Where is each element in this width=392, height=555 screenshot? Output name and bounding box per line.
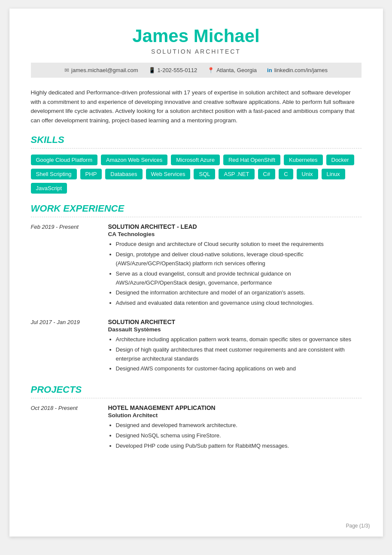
skill-tag: Docker <box>326 155 354 165</box>
job-title: SOLUTION ARCHITECT - LEAD <box>108 223 362 230</box>
skill-tag: Linux <box>322 169 345 179</box>
skill-tag: Red Hat OpenShift <box>223 155 280 165</box>
experience-bullet-item: Advised and evaluated data retention and… <box>116 299 362 308</box>
phone-icon: 📱 <box>149 67 155 73</box>
experience-section: Feb 2019 - PresentSOLUTION ARCHITECT - L… <box>31 223 362 375</box>
skill-tag: Unix <box>297 169 318 179</box>
project-bullet-item: Developed PHP code using Pub/Sub pattern… <box>116 442 362 451</box>
candidate-title: SOLUTION ARCHITECT <box>31 48 362 55</box>
candidate-name: James Michael <box>31 26 362 46</box>
project-entry: Oct 2018 - PresentHOTEL MANAGEMENT APPLI… <box>31 404 362 452</box>
email-text: james.michael@gmail.com <box>71 67 138 73</box>
contact-bar: ✉ james.michael@gmail.com 📱 1-202-555-01… <box>31 63 362 78</box>
experience-bullet-item: Designed the information architecture an… <box>116 288 362 297</box>
skill-tag: JavaScript <box>31 183 67 194</box>
phone-text: 1-202-555-0112 <box>158 67 198 73</box>
experience-bullet-item: Architecture including application patte… <box>116 335 362 344</box>
experience-bullet-item: Design of high quality architectures tha… <box>116 346 362 364</box>
experience-date: Feb 2019 - Present <box>31 223 100 309</box>
skills-divider <box>31 148 362 149</box>
page-number: Page (1/3) <box>346 523 370 529</box>
experience-bullets: Produce design and architecture of Cloud… <box>108 240 362 308</box>
skill-tag: Microsoft Azure <box>171 155 220 165</box>
skill-tag: Google Cloud Platform <box>31 155 98 165</box>
experience-bullet-item: Designed AWS components for customer-fac… <box>116 364 362 373</box>
skill-tag: SQL <box>194 169 215 179</box>
skill-tag: Amazon Web Services <box>101 155 167 165</box>
project-title: HOTEL MANAGEMENT APPLICATION <box>108 404 362 411</box>
experience-bullet-item: Produce design and architecture of Cloud… <box>116 240 362 249</box>
experience-divider <box>31 217 362 217</box>
skill-tag: C# <box>258 169 276 179</box>
projects-divider <box>31 398 362 398</box>
skills-container: Google Cloud PlatformAmazon Web Services… <box>31 155 362 194</box>
linkedin-contact: in linkedin.com/in/james <box>267 67 328 73</box>
project-date: Oct 2018 - Present <box>31 404 100 452</box>
project-bullet-item: Designed and developed framework archite… <box>116 421 362 430</box>
company-name: CA Technologies <box>108 231 362 237</box>
skill-tag: Databases <box>105 169 142 179</box>
skill-tag: C <box>279 169 293 179</box>
experience-content: SOLUTION ARCHITECT - LEADCA Technologies… <box>108 223 362 309</box>
summary-text: Highly dedicated and Performance-driven … <box>31 88 362 125</box>
location-text: Atlanta, Georgia <box>216 67 257 73</box>
phone-contact: 📱 1-202-555-0112 <box>149 67 198 73</box>
experience-bullet-item: Design, prototype and deliver cloud-nati… <box>116 250 362 268</box>
experience-bullet-item: Serve as a cloud evangelist, consult and… <box>116 270 362 288</box>
experience-section-title: WORK EXPERIENCE <box>31 203 362 214</box>
skills-section-title: SKILLS <box>31 134 362 146</box>
projects-section: Oct 2018 - PresentHOTEL MANAGEMENT APPLI… <box>31 404 362 452</box>
skill-tag: Kubernetes <box>284 155 323 165</box>
project-content: HOTEL MANAGEMENT APPLICATIONSolution Arc… <box>108 404 362 452</box>
location-contact: 📍 Atlanta, Georgia <box>207 67 257 73</box>
experience-content: SOLUTION ARCHITECTDassault SystèmesArchi… <box>108 318 362 375</box>
experience-entry: Jul 2017 - Jan 2019SOLUTION ARCHITECTDas… <box>31 318 362 375</box>
linkedin-icon: in <box>267 67 272 73</box>
email-icon: ✉ <box>64 67 69 73</box>
projects-section-title: PROJECTS <box>31 384 362 395</box>
email-contact: ✉ james.michael@gmail.com <box>64 67 138 73</box>
project-bullets: Designed and developed framework archite… <box>108 421 362 450</box>
linkedin-text: linkedin.com/in/james <box>274 67 328 73</box>
job-title: SOLUTION ARCHITECT <box>108 318 362 325</box>
skill-tag: ASP .NET <box>219 169 254 179</box>
location-icon: 📍 <box>207 67 214 73</box>
skill-tag: PHP <box>80 169 102 179</box>
experience-entry: Feb 2019 - PresentSOLUTION ARCHITECT - L… <box>31 223 362 309</box>
skill-tag: Web Services <box>146 169 191 179</box>
company-name: Dassault Systèmes <box>108 326 362 333</box>
experience-bullets: Architecture including application patte… <box>108 335 362 373</box>
project-bullet-item: Designed NoSQL schema using FireStore. <box>116 431 362 440</box>
experience-date: Jul 2017 - Jan 2019 <box>31 318 100 375</box>
resume-page: James Michael SOLUTION ARCHITECT ✉ james… <box>9 9 383 537</box>
project-role: Solution Architect <box>108 412 362 419</box>
skill-tag: Shell Scripting <box>31 169 77 179</box>
